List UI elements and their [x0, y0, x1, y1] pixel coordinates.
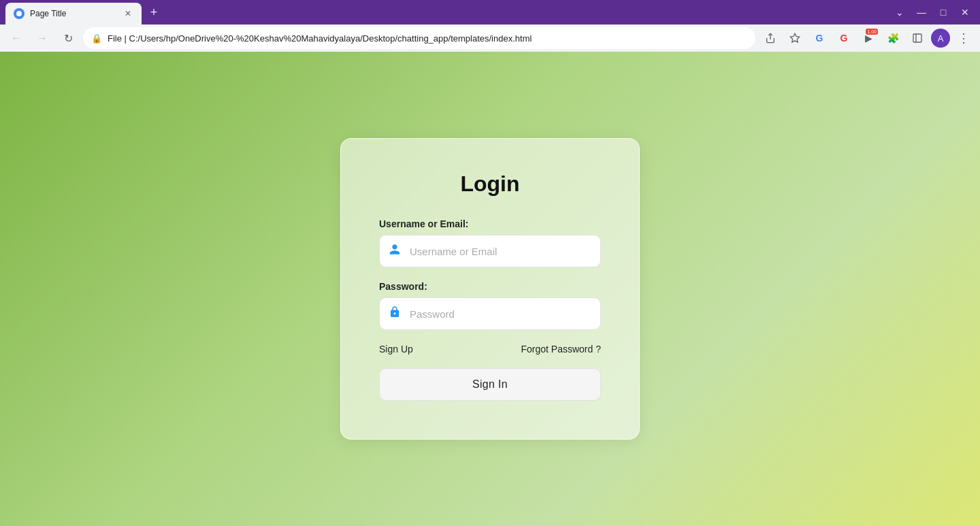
- browser-chrome: Page Title ✕ + ⌄ — □ ✕ ← → ↻ 🔒 File | C:…: [0, 0, 980, 52]
- bookmark-button[interactable]: [784, 27, 806, 49]
- forward-button[interactable]: →: [31, 27, 53, 49]
- share-button[interactable]: [760, 27, 781, 49]
- links-row: Sign Up Forgot Password ?: [379, 344, 601, 355]
- url-display: File | C:/Users/hp/OneDrive%20-%20Keshav…: [108, 33, 747, 44]
- login-title: Login: [379, 171, 601, 197]
- username-input-group: [379, 235, 601, 267]
- google-button[interactable]: G: [808, 27, 830, 49]
- signin-button[interactable]: Sign In: [379, 368, 601, 401]
- tab-favicon: [14, 8, 24, 19]
- toolbar-icons: G G ▶ 🧩 A ⋮: [760, 27, 975, 49]
- window-controls: ⌄ — □ ✕: [890, 3, 975, 22]
- password-input[interactable]: [379, 297, 601, 330]
- password-input-group: [379, 297, 601, 330]
- address-input-wrapper[interactable]: 🔒 File | C:/Users/hp/OneDrive%20-%20Kesh…: [83, 27, 755, 49]
- username-label: Username or Email:: [379, 218, 601, 229]
- minimize-button[interactable]: —: [912, 3, 931, 22]
- maximize-button[interactable]: □: [934, 3, 953, 22]
- svg-rect-3: [913, 34, 921, 42]
- window-dropdown-button[interactable]: ⌄: [890, 3, 909, 22]
- menu-button[interactable]: ⋮: [953, 27, 975, 49]
- svg-point-0: [16, 11, 22, 16]
- refresh-button[interactable]: ↻: [57, 27, 79, 49]
- grammarly-button[interactable]: G: [833, 27, 855, 49]
- profile-button[interactable]: A: [931, 29, 950, 48]
- tab-bar: Page Title ✕ + ⌄ — □ ✕: [0, 0, 980, 24]
- back-button[interactable]: ←: [5, 27, 27, 49]
- login-card: Login Username or Email: Password: Sign …: [340, 138, 640, 440]
- tab-close-button[interactable]: ✕: [122, 8, 133, 19]
- password-label: Password:: [379, 281, 601, 292]
- extensions-button[interactable]: 🧩: [882, 27, 904, 49]
- signup-link[interactable]: Sign Up: [379, 344, 413, 355]
- forgot-password-link[interactable]: Forgot Password ?: [521, 344, 602, 355]
- google-icon: G: [816, 33, 823, 44]
- video-extension-button[interactable]: ▶: [858, 27, 879, 49]
- page-content: Login Username or Email: Password: Sign …: [0, 52, 980, 526]
- lock-icon: 🔒: [91, 33, 102, 44]
- svg-marker-2: [790, 33, 799, 42]
- active-tab[interactable]: Page Title ✕: [5, 3, 142, 24]
- address-bar: ← → ↻ 🔒 File | C:/Users/hp/OneDrive%20-%…: [0, 24, 980, 52]
- tab-title: Page Title: [30, 9, 117, 18]
- close-window-button[interactable]: ✕: [956, 3, 975, 22]
- new-tab-button[interactable]: +: [144, 3, 163, 22]
- sidebar-button[interactable]: [906, 27, 928, 49]
- username-input[interactable]: [379, 235, 601, 267]
